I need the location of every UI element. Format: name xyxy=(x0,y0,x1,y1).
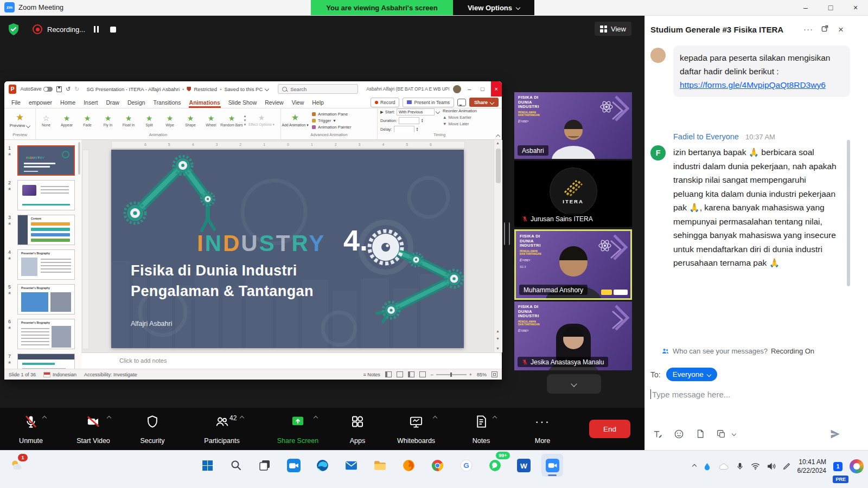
taskbar-icon-search[interactable] xyxy=(225,454,247,477)
autosave-toggle[interactable]: AutoSave xyxy=(20,86,53,92)
panel-resize-handle[interactable] xyxy=(504,222,510,245)
animation-split[interactable]: ★Split xyxy=(139,114,159,127)
volume-icon[interactable] xyxy=(767,463,776,470)
animation-appear[interactable]: ★Appear xyxy=(56,114,77,127)
animation-none[interactable]: ☆None xyxy=(36,114,56,127)
minimize-button[interactable]: – xyxy=(793,0,818,15)
slide-thumbnail-7[interactable]: 7★ xyxy=(4,352,81,369)
taskbar-icon-windows-start[interactable] xyxy=(196,454,218,477)
language-selector[interactable]: Indonesian xyxy=(43,372,76,377)
security-shield-icon[interactable] xyxy=(8,23,20,36)
notes-pane[interactable]: Click to add notes xyxy=(81,352,502,369)
ppt-search-box[interactable]: Search xyxy=(278,84,358,94)
ppt-maximize-button[interactable]: □ xyxy=(478,81,487,97)
slide-thumbnail-2[interactable]: 2★ xyxy=(4,179,81,211)
screenshot-icon[interactable] xyxy=(713,426,729,441)
ppt-menu-tab-animations[interactable]: Animations xyxy=(189,98,221,107)
video-tile-jurusan-sains-itera[interactable]: ITERA Jurusan Sains ITERA xyxy=(514,160,632,227)
animation-fade[interactable]: ★Fade xyxy=(77,114,98,127)
weather-cloud-icon[interactable] xyxy=(718,463,729,471)
end-meeting-button[interactable]: End xyxy=(589,420,630,438)
whiteboard-options-chevron[interactable] xyxy=(433,416,437,420)
animation-random-bars[interactable]: ★Random Bars xyxy=(221,114,242,127)
reading-view-icon[interactable] xyxy=(408,371,414,377)
chat-scrollbar[interactable] xyxy=(847,140,850,286)
emoji-icon[interactable] xyxy=(671,426,686,441)
ppt-menu-tab-draw[interactable]: Draw xyxy=(105,98,120,107)
add-animation-button[interactable]: ★ Add Animation ▾ xyxy=(281,113,309,127)
maximize-button[interactable]: □ xyxy=(818,0,843,15)
notes-options-chevron[interactable] xyxy=(493,416,497,420)
slide-thumbnail-5[interactable]: 5★Presenter's Biography xyxy=(4,283,81,316)
share-button[interactable]: Share xyxy=(469,98,499,107)
ppt-menu-tab-help[interactable]: Help xyxy=(311,98,324,107)
collapse-videos-button[interactable] xyxy=(547,374,601,394)
effect-options-button[interactable]: ★ Effect Options ▾ xyxy=(248,114,275,127)
animation-painter-button[interactable]: Animation Painter xyxy=(312,125,352,130)
wifi-icon[interactable] xyxy=(751,463,760,470)
slideshow-icon[interactable] xyxy=(419,371,426,377)
ppt-menu-tab-view[interactable]: View xyxy=(291,98,305,107)
thumbnail-scrollbar[interactable] xyxy=(78,140,81,369)
delay-field[interactable]: Delay: ▲▼ xyxy=(380,126,439,133)
move-earlier-button[interactable]: ▲ Move Earlier xyxy=(443,115,477,120)
taskbar-icon-zoom[interactable] xyxy=(541,454,563,477)
taskbar-icon-word[interactable]: W xyxy=(513,454,534,477)
taskbar-icon-google[interactable]: G xyxy=(455,454,477,477)
mic-options-chevron[interactable] xyxy=(42,416,47,420)
save-icon[interactable] xyxy=(56,86,62,92)
mic-in-use-icon[interactable] xyxy=(736,463,744,470)
taskbar-icon-task-view[interactable] xyxy=(254,454,276,477)
video-options-chevron[interactable] xyxy=(107,416,111,420)
pause-recording-button[interactable] xyxy=(90,24,102,35)
notification-count-badge[interactable]: 1 xyxy=(833,462,843,471)
slide-canvas[interactable]: INDUSTRY 4. Fisika di Dunia Industri Pen… xyxy=(111,150,464,348)
comments-icon[interactable] xyxy=(457,99,466,106)
animation-wipe[interactable]: ★Wipe xyxy=(159,114,180,127)
color-profile-icon[interactable] xyxy=(850,459,864,473)
duration-field[interactable]: Duration: ▲▼ xyxy=(380,117,439,124)
ppt-close-button[interactable]: × xyxy=(491,81,502,97)
animation-shape[interactable]: ★Shape xyxy=(180,114,201,127)
animation-pane-button[interactable]: Animation Pane xyxy=(312,112,352,117)
video-tile-jesika-anastasya-manalu[interactable]: FISIKA DI DUNIA INDUSTRI PENGALAMANDAN T… xyxy=(514,301,632,370)
taskbar-icon-firefox[interactable] xyxy=(398,454,419,477)
stop-recording-button[interactable] xyxy=(107,24,119,35)
taskbar-icon-mail[interactable] xyxy=(340,454,362,477)
start-video-button[interactable]: Start Video xyxy=(66,413,120,446)
chat-tools-chevron[interactable] xyxy=(730,426,738,441)
slide-scrollbar[interactable]: ▲ ▲ ▼ ▼ xyxy=(494,140,502,352)
trigger-button[interactable]: Trigger ▾ xyxy=(312,118,352,123)
pen-icon[interactable] xyxy=(783,463,790,470)
taskbar-icon-whatsapp[interactable]: 99+ xyxy=(484,454,506,477)
taskbar-clock[interactable]: 10:41 AM 6/22/2024 xyxy=(797,458,826,475)
ppt-menu-tab-file[interactable]: File xyxy=(11,98,21,107)
chat-more-icon[interactable]: ··· xyxy=(803,24,813,34)
animation-fly-in[interactable]: ★Fly In xyxy=(98,114,118,127)
slide-thumbnail-1[interactable]: 1★INDUSTRY xyxy=(4,144,81,177)
format-text-icon[interactable] xyxy=(649,426,665,441)
redo-icon[interactable]: ↻ xyxy=(74,86,79,92)
taskbar-widget-icon[interactable]: 1 xyxy=(8,455,26,474)
animation-wheel[interactable]: ★Wheel xyxy=(201,114,221,127)
share-options-chevron[interactable] xyxy=(314,416,318,420)
ppt-menu-tab-empower[interactable]: empower xyxy=(28,98,53,107)
hidden-icons-chevron[interactable] xyxy=(693,465,696,468)
move-later-button[interactable]: ▼ Move Later xyxy=(443,121,477,126)
accessibility-status[interactable]: Accessibility: Investigate xyxy=(84,372,137,377)
slide-sorter-icon[interactable] xyxy=(397,371,403,377)
slide-thumbnail-3[interactable]: 3★Content xyxy=(4,214,81,246)
start-dropdown[interactable]: ▶ Start: With Previous xyxy=(380,108,439,115)
droplet-icon[interactable] xyxy=(703,463,711,471)
send-message-icon[interactable] xyxy=(827,426,843,441)
taskbar-icon-camera-app[interactable] xyxy=(283,454,304,477)
ppt-menu-tab-insert[interactable]: Insert xyxy=(83,98,98,107)
undo-icon[interactable]: ↺ xyxy=(66,86,71,92)
ppt-menu-tab-home[interactable]: Home xyxy=(60,98,76,107)
recipient-dropdown[interactable]: Everyone xyxy=(666,368,717,381)
normal-view-icon[interactable] xyxy=(385,371,392,377)
pop-out-icon[interactable] xyxy=(821,24,829,34)
file-attach-icon[interactable] xyxy=(693,426,708,441)
preview-button[interactable]: ★ Preview xyxy=(4,113,35,128)
more-button[interactable]: ··· More xyxy=(515,413,570,446)
